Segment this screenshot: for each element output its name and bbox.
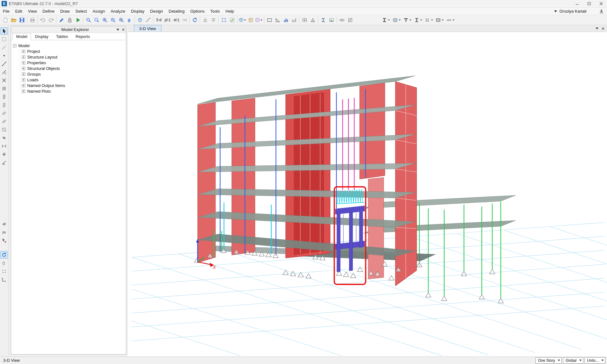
tree-expand-icon[interactable] (22, 61, 25, 65)
explorer-close-icon[interactable] (122, 28, 125, 31)
minimize-button[interactable] (571, 0, 583, 8)
support-display-icon[interactable] (309, 16, 317, 24)
axes-origin-icon[interactable] (0, 276, 8, 283)
pan-tool-icon[interactable] (0, 259, 8, 267)
selected-frame[interactable] (335, 189, 365, 272)
draw-wall-icon[interactable] (0, 93, 8, 101)
shell-panel-icon[interactable] (435, 16, 445, 24)
frame-elevation-icon[interactable] (300, 16, 309, 24)
pan-icon[interactable] (125, 16, 134, 24)
rotate-3d-icon[interactable] (0, 251, 8, 259)
tree-node-structural-objects[interactable]: Structural Objects (16, 65, 124, 71)
image-capture-icon[interactable] (327, 16, 335, 24)
menu-item-design[interactable]: Design (147, 8, 166, 15)
section-cut-icon[interactable] (0, 159, 8, 166)
draw-joint-icon[interactable] (0, 52, 8, 59)
account-name[interactable]: Orsolya Kartali (560, 9, 586, 14)
object-visibility-icon[interactable] (247, 16, 255, 24)
new-model-icon[interactable] (1, 16, 9, 24)
close-button[interactable] (595, 0, 607, 8)
extrude-shell-icon[interactable] (391, 16, 402, 24)
draw-link-icon[interactable] (0, 134, 8, 142)
quick-draw-braces-icon[interactable] (0, 77, 8, 84)
menu-item-options[interactable]: Options (187, 8, 207, 15)
tree-expand-icon[interactable] (22, 72, 25, 76)
shear-diagram-icon[interactable] (290, 16, 298, 24)
menu-item-view[interactable]: View (25, 8, 40, 15)
menu-item-assign[interactable]: Assign (90, 8, 108, 15)
tree-expand-icon[interactable] (22, 50, 25, 53)
tree-expand-icon[interactable] (22, 78, 25, 82)
tree-node-groups[interactable]: Groups (16, 71, 124, 77)
view-named-button[interactable]: nd (181, 16, 188, 24)
open-model-icon[interactable] (9, 16, 18, 24)
zoom-in-icon[interactable] (101, 16, 109, 24)
moment-diagram-icon[interactable] (282, 16, 290, 24)
view-3d-button[interactable]: 3-d (154, 16, 163, 24)
view-plan-button[interactable]: pl (163, 16, 172, 24)
menu-item-tools[interactable]: Tools (207, 8, 222, 15)
line-style-icon[interactable] (445, 16, 456, 24)
explorer-tab-display[interactable]: Display (31, 33, 52, 40)
tree-collapse-icon[interactable] (13, 44, 16, 47)
display-options-cube-icon[interactable] (238, 16, 247, 24)
view-elevation-button[interactable]: el (172, 16, 181, 24)
view-close-icon[interactable] (602, 27, 604, 30)
menu-item-analyze[interactable]: Analyze (108, 8, 128, 15)
tree-expand-icon[interactable] (22, 89, 25, 93)
tree-expand-icon[interactable] (22, 55, 25, 59)
model-explorer-header[interactable]: Model Explorer (11, 26, 126, 33)
draw-window-icon[interactable] (265, 16, 273, 24)
object-snap-icon[interactable] (144, 16, 152, 24)
select-poly-icon[interactable] (0, 35, 8, 43)
snap-grid-icon[interactable] (0, 268, 8, 275)
select-all-icon[interactable]: all (0, 220, 8, 228)
perspective-view-icon[interactable] (136, 16, 144, 24)
draw-null-area-icon[interactable] (0, 126, 8, 133)
redo-icon[interactable] (47, 16, 55, 24)
menu-item-file[interactable]: File (0, 8, 12, 15)
quick-draw-wall-icon[interactable] (0, 101, 8, 109)
move-down-list-icon[interactable] (209, 16, 217, 24)
menu-item-display[interactable]: Display (128, 8, 147, 15)
explorer-tab-tables[interactable]: Tables (52, 33, 72, 40)
quick-draw-secondary-beams-icon[interactable] (0, 85, 8, 92)
tower-structure[interactable] (197, 76, 416, 286)
model-alive-icon[interactable] (255, 16, 263, 24)
draw-frame-icon[interactable] (0, 60, 8, 68)
draw-dimension-icon[interactable] (0, 142, 8, 150)
menu-item-help[interactable]: Help (223, 8, 237, 15)
download-icon[interactable] (599, 9, 604, 14)
menu-item-select[interactable]: Select (72, 8, 90, 15)
save-model-icon[interactable] (18, 16, 26, 24)
zoom-previous-icon[interactable] (117, 16, 125, 24)
move-up-list-icon[interactable] (201, 16, 209, 24)
zoom-out-icon[interactable] (109, 16, 117, 24)
rubber-band-zoom-icon[interactable] (84, 16, 92, 24)
lock-model-icon[interactable] (66, 16, 74, 24)
tree-node-project[interactable]: Project (16, 48, 124, 54)
tree-node-named-plots[interactable]: Named Plots (16, 88, 124, 94)
display-check-icon[interactable] (228, 16, 236, 24)
undo-icon[interactable] (39, 16, 47, 24)
previous-selection-icon[interactable]: ps (0, 228, 8, 236)
tree-expand-icon[interactable] (22, 84, 25, 87)
story-selector[interactable]: One Story (535, 357, 562, 364)
units-selector[interactable]: Units... (585, 357, 605, 364)
t-section-icon[interactable] (402, 16, 413, 24)
view-caret-icon[interactable] (596, 28, 598, 29)
zoom-full-icon[interactable] (92, 16, 101, 24)
menu-item-detailing[interactable]: Detailing (166, 8, 188, 15)
expand-view-icon[interactable] (346, 16, 354, 24)
menu-item-edit[interactable]: Edit (12, 8, 25, 15)
quick-draw-floor-icon[interactable] (0, 118, 8, 125)
tree-expand-icon[interactable] (22, 67, 25, 70)
tree-node-structure-layout[interactable]: Structure Layout (16, 54, 124, 60)
tree-node-model[interactable]: Model (13, 43, 124, 48)
select-pointer-icon[interactable] (0, 27, 8, 35)
draw-pencil-icon[interactable] (57, 16, 66, 24)
tree-node-loads[interactable]: Loads (16, 77, 124, 83)
draw-floor-icon[interactable] (0, 109, 8, 117)
print-icon[interactable] (28, 16, 36, 24)
quick-draw-frame-icon[interactable] (0, 68, 8, 76)
